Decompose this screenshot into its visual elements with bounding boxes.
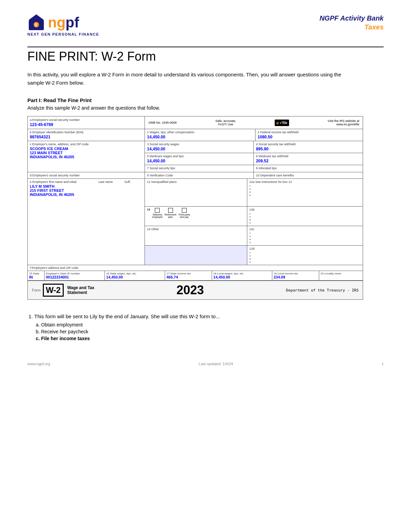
- omb-text: OMB No. 1545-0008: [148, 121, 177, 124]
- intro-text: In this activity, you will explore a W-2…: [27, 71, 353, 87]
- w2-cell-ss-tax: 4 Social security tax withheld 895.90: [254, 141, 363, 153]
- thirdparty-check: Third-partysick pay: [178, 208, 190, 218]
- local-income-label: 19 Local income tax: [274, 272, 317, 275]
- w2-cell-nonq: 11 Nonqualified plans: [145, 179, 247, 206]
- medicare-wages-value: 14,450.00: [147, 159, 251, 163]
- emp-addr2: INDIANAPOLIS, IN 46205: [30, 193, 142, 197]
- w2-cell-verification: 9 Verification Code: [145, 172, 254, 178]
- footer-website: www.ngpf.org: [27, 362, 50, 366]
- ss-tax-label: 4 Social security tax withheld: [256, 143, 361, 146]
- w2-cell-locality: 20 Locality name: [319, 271, 363, 280]
- ssn-label: a Employee's social security number: [30, 118, 142, 122]
- w2-cell-alloc-tips: 8 Allocated tips: [254, 165, 363, 172]
- employer-addr1: 123 MAIN STREET: [30, 151, 142, 155]
- w2-cell-emp-name: e Employee's first name and initial Last…: [28, 179, 145, 265]
- question-1-answers: Obtain employment Receive her paycheck F…: [34, 322, 384, 341]
- local-income-value: 234.09: [274, 275, 317, 279]
- part1-subtext: Analyze this sample W-2 and answer the q…: [27, 105, 384, 111]
- answer-1b: Receive her paycheck: [41, 329, 384, 334]
- state-ein-label: Employer's State ID number: [46, 272, 103, 275]
- w2-state-row: 15 State IN Employer's State ID number 0…: [28, 271, 363, 281]
- page-title: FINE PRINT: W-2 Form: [27, 49, 384, 64]
- local-wages-label: 18 Local wages, tips, etc.: [213, 272, 271, 275]
- w2-title1: Wage and Tax: [67, 285, 94, 290]
- box12d-label: 12d: [249, 247, 361, 250]
- statutory-checkbox[interactable]: [155, 208, 160, 213]
- thirdparty-checkbox[interactable]: [182, 208, 187, 213]
- header-divider: [27, 47, 384, 47]
- 12b-codes: code: [249, 212, 361, 224]
- safe-accurate: Safe, accurate, FAST! Use: [215, 119, 236, 126]
- w2-form: a Employee's social security number 123-…: [27, 116, 363, 300]
- w2-row-ein: b Employer Identification Number (EIN) 9…: [28, 129, 363, 141]
- w2-department: Department of the Treasury - IRS: [286, 288, 359, 293]
- box13-label: 13: [147, 208, 150, 211]
- w2-cell-12d-left: [145, 246, 247, 265]
- logo-text: ngpf: [48, 15, 79, 30]
- w2-cell-fed-tax: 2 Federal income tax withheld 1080.50: [256, 129, 363, 141]
- other-label: 14 Other: [147, 227, 245, 231]
- w2-title2: Statement: [67, 290, 94, 295]
- state-label: 15 State: [29, 272, 43, 275]
- state-wages-value: 14,450.00: [106, 275, 163, 279]
- retirement-plan-check: Retirementplan: [165, 208, 176, 218]
- retirement-checkbox[interactable]: [168, 208, 173, 213]
- w2-other-12c-row: 14 Other 12c code: [145, 226, 363, 246]
- header-right: NGPF Activity Bank Taxes: [320, 14, 384, 32]
- svg-text:$: $: [35, 23, 37, 27]
- state-ein-value: 00122234001: [46, 275, 103, 279]
- w2-nonq-12a-row: 11 Nonqualified plans 12a See instructio…: [145, 179, 363, 207]
- emp-name-header: e Employee's first name and initial Last…: [30, 180, 142, 184]
- w2-cell-state-income-tax: 17 State income tax 466.74: [165, 271, 212, 280]
- w2-cell-dep-care: 10 Dependent care benefits: [254, 172, 363, 178]
- logo-row: $ ngpf: [27, 14, 99, 32]
- taxes-label: Taxes: [364, 23, 384, 31]
- w2-cell-12a: 12a See instructions for box 12 code: [247, 179, 363, 206]
- w2-row-emp-ssn: d Employee's social security number 9 Ve…: [28, 172, 363, 179]
- w2-logo: W-2: [43, 284, 64, 297]
- fed-tax-label: 2 Federal income tax withheld: [258, 131, 361, 134]
- svg-marker-1: [29, 14, 44, 20]
- w2-cell-state: 15 State IN: [28, 271, 45, 280]
- ss-tips-label: 7 Social security tips: [147, 166, 251, 170]
- box12c-label: 12c: [249, 227, 361, 231]
- logo-area: $ ngpf NEXT GEN PERSONAL FINANCE: [27, 14, 99, 36]
- ss-wages-value: 14,450.00: [147, 147, 251, 151]
- w2-cell-12d: 12d code: [247, 246, 363, 265]
- answer-1c: File her income taxes: [41, 336, 384, 341]
- medicare-tax-label: 6 Medicare tax withheld: [256, 154, 361, 158]
- state-income-label: 17 State income tax: [166, 272, 210, 275]
- w2-12d-row: 12d code: [145, 246, 363, 265]
- ss-tax-value: 895.90: [256, 147, 361, 151]
- box12a-label: 12a See instructions for box 12: [249, 180, 361, 184]
- question-1: This form will be sent to Lily by the en…: [34, 313, 384, 341]
- w2-cell-state-wages: 16 State wages, tips, etc. 14,450.00: [105, 271, 165, 280]
- w2-footer-left: Form W-2 Wage and Tax Statement: [32, 284, 95, 297]
- page-footer: www.ngpf.org Last updated: 1/4/24 1: [27, 362, 384, 366]
- ngpf-logo-icon: $: [27, 14, 45, 32]
- ein-label: b Employer Identification Number (EIN): [30, 131, 142, 134]
- w2-cell-medicare-wages: 5 Medicare wages and tips 14,450.00: [145, 153, 254, 165]
- w2-checkbox-12b-row: 13 Statutoryemployee Retirementplan Thir…: [145, 207, 363, 226]
- w2-cell-wages: 1 Wages, tips, other compensation 14,450…: [145, 129, 256, 141]
- wages-label: 1 Wages, tips, other compensation: [147, 131, 253, 134]
- medicare-tax-value: 209.52: [256, 159, 361, 163]
- w2-cell-checkboxes: 13 Statutoryemployee Retirementplan Thir…: [145, 207, 247, 226]
- questions-list: This form will be sent to Lily by the en…: [27, 313, 384, 341]
- w2-cell-local-wages: 18 Local wages, tips, etc. 14,450.00: [212, 271, 272, 280]
- emp-first-name: LILY M SMITH: [30, 184, 142, 188]
- logo-subtitle: NEXT GEN PERSONAL FINANCE: [27, 32, 99, 36]
- w2-cell-ss-wages: 3 Social security wages 14,450.00: [145, 141, 254, 153]
- activity-bank-title: NGPF Activity Bank Taxes: [320, 14, 384, 32]
- w2-year: 2023: [176, 283, 204, 297]
- w2-cell-employer: c Employer's name, address, and ZIP code…: [28, 141, 145, 172]
- w2-statement-title: Wage and Tax Statement: [67, 285, 94, 295]
- 12c-codes: code: [249, 232, 361, 244]
- checkbox-group: 13 Statutoryemployee Retirementplan Thir…: [147, 208, 245, 218]
- w2-form-id: Form W-2: [32, 284, 64, 297]
- w2-row-emp-name: e Employee's first name and initial Last…: [28, 179, 363, 265]
- w2-footer: Form W-2 Wage and Tax Statement 2023 Dep…: [28, 281, 363, 299]
- employer-label: c Employer's name, address, and ZIP code: [30, 143, 142, 146]
- w2-right-col-5: 11 Nonqualified plans 12a See instructio…: [145, 179, 363, 265]
- w2-cell-state-ein: Employer's State ID number 00122234001: [45, 271, 105, 280]
